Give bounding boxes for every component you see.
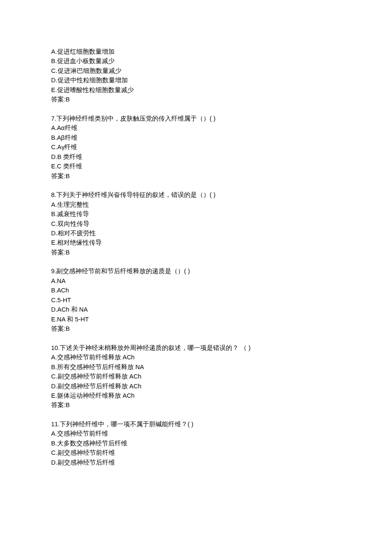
question-block: 8.下列关于神经纤维兴奋传导特征的叙述，错误的是（）( ) A.生理完整性 B.… xyxy=(51,190,341,257)
question-option: E.C 类纤维 xyxy=(51,162,341,171)
question-block: 9.副交感神经节前和节后纤维释放的递质是（）( ) A.NA B.ACh C.5… xyxy=(51,266,341,333)
question-option: C.副交感神经节前纤维 xyxy=(51,448,341,457)
question-stem: 10.下述关于神经末梢释放外周神经递质的叙述，哪一项是错误的？ （ ) xyxy=(51,343,341,353)
question-option: A.促进红细胞数量增加 xyxy=(51,47,341,56)
question-option: C.双向性传导 xyxy=(51,219,341,228)
question-block: A.促进红细胞数量增加 B.促进血小板数量减少 C.促进淋巴细胞数量减少 D.促… xyxy=(51,47,341,104)
question-option: C.Aγ纤维 xyxy=(51,142,341,152)
question-option: B.促进血小板数量减少 xyxy=(51,56,341,66)
question-option: B.大多数交感神经节后纤维 xyxy=(51,439,341,448)
question-stem: 11.下列神经纤维中，哪一项不属于胆碱能纤维？( ) xyxy=(51,419,341,429)
question-answer: 答案:B xyxy=(51,248,341,257)
question-stem: 8.下列关于神经纤维兴奋传导特征的叙述，错误的是（）( ) xyxy=(51,190,341,199)
question-option: E.相对绝缘性传导 xyxy=(51,238,341,247)
question-option: E.NA 和 5-HT xyxy=(51,315,341,324)
question-option: C.5-HT xyxy=(51,295,341,305)
question-stem: 9.副交感神经节前和节后纤维释放的递质是（）( ) xyxy=(51,266,341,276)
question-answer: 答案:B xyxy=(51,324,341,333)
question-option: B.所有交感神经节后纤维释放 NA xyxy=(51,362,341,372)
question-block: 11.下列神经纤维中，哪一项不属于胆碱能纤维？( ) A.交感神经节前纤维 B.… xyxy=(51,419,341,467)
question-option: A.交感神经节前纤维 xyxy=(51,429,341,438)
question-option: D.ACh 和 NA xyxy=(51,305,341,314)
question-option: B.Aβ纤维 xyxy=(51,133,341,142)
question-stem: 7.下列神经纤维类别中，皮肤触压觉的传入纤维属于（）( ) xyxy=(51,114,341,123)
question-block: 10.下述关于神经末梢释放外周神经递质的叙述，哪一项是错误的？ （ ) A.交感… xyxy=(51,343,341,410)
question-option: D.副交感神经节后纤维 xyxy=(51,458,341,467)
question-option: A.交感神经节前纤维释放 ACh xyxy=(51,353,341,362)
question-option: A.Aα纤维 xyxy=(51,123,341,133)
question-option: E.躯体运动神经纤维释放 ACh xyxy=(51,391,341,400)
question-option: E.促进嗜酸性粒细胞数量减少 xyxy=(51,85,341,95)
question-answer: 答案:B xyxy=(51,95,341,104)
question-option: B.ACh xyxy=(51,286,341,295)
document-page: A.促进红细胞数量增加 B.促进血小板数量减少 C.促进淋巴细胞数量减少 D.促… xyxy=(0,0,392,555)
question-option: C.促进淋巴细胞数量减少 xyxy=(51,66,341,75)
question-option: D.B 类纤维 xyxy=(51,152,341,162)
question-option: D.促进中性粒细胞数量增加 xyxy=(51,75,341,85)
question-option: A.NA xyxy=(51,276,341,286)
question-option: C.副交感神经节前纤维释放 ACh xyxy=(51,372,341,381)
question-option: D.副交感神经节后纤维释放 ACh xyxy=(51,382,341,391)
question-answer: 答案:B xyxy=(51,171,341,181)
question-answer: 答案:B xyxy=(51,400,341,410)
question-option: D.相对不疲劳性 xyxy=(51,228,341,238)
question-block: 7.下列神经纤维类别中，皮肤触压觉的传入纤维属于（）( ) A.Aα纤维 B.A… xyxy=(51,114,341,181)
question-option: B.减衰性传导 xyxy=(51,209,341,219)
question-option: A.生理完整性 xyxy=(51,200,341,209)
